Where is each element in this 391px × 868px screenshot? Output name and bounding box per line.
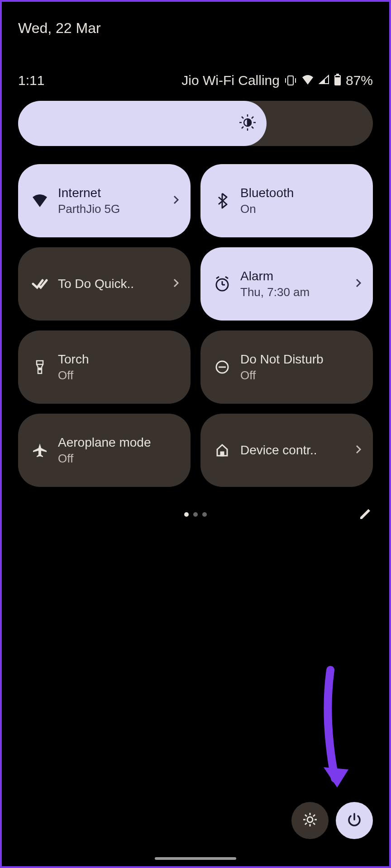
svg-rect-3 <box>336 74 339 75</box>
airplane-icon <box>32 443 48 458</box>
date-display: Wed, 22 Mar <box>18 20 373 37</box>
svg-line-13 <box>242 127 243 128</box>
svg-line-18 <box>216 277 219 278</box>
gear-icon <box>302 811 318 830</box>
torch-tile[interactable]: Torch Off <box>18 330 191 404</box>
power-button[interactable] <box>336 802 373 839</box>
wifi-icon <box>301 75 314 86</box>
cellular-icon <box>319 75 329 86</box>
power-icon <box>347 812 362 829</box>
gesture-pill[interactable] <box>155 857 236 860</box>
dnd-tile[interactable]: Do Not Disturb Off <box>200 330 373 404</box>
pagination-dots <box>184 512 207 517</box>
battery-icon <box>334 74 341 87</box>
checkmark-icon <box>32 278 48 290</box>
carrier-label: Jio Wi-Fi Calling <box>181 73 280 88</box>
svg-line-12 <box>252 127 253 128</box>
airplane-tile[interactable]: Aeroplane mode Off <box>18 414 191 487</box>
flashlight-icon <box>32 359 48 375</box>
tile-subtitle: Off <box>58 368 180 382</box>
bluetooth-icon <box>214 193 230 209</box>
tile-title: Do Not Disturb <box>240 352 362 367</box>
svg-line-14 <box>252 117 253 118</box>
tile-title: Alarm <box>240 269 345 283</box>
todo-tile[interactable]: To Do Quick.. <box>18 247 191 321</box>
alarm-icon <box>214 276 230 292</box>
settings-button[interactable] <box>291 802 329 839</box>
svg-rect-5 <box>335 76 340 77</box>
brightness-icon <box>238 113 257 133</box>
tile-subtitle: ParthJio 5G <box>58 202 162 216</box>
internet-tile[interactable]: Internet ParthJio 5G <box>18 164 191 237</box>
svg-line-19 <box>225 277 228 278</box>
vibrate-icon <box>284 75 297 86</box>
chevron-right-icon <box>172 278 180 290</box>
tile-title: Torch <box>58 352 180 367</box>
tile-subtitle: Off <box>240 368 362 382</box>
quick-settings-tiles: Internet ParthJio 5G Bluetooth On To Do … <box>18 164 373 487</box>
tile-subtitle: Thu, 7:30 am <box>240 285 345 299</box>
brightness-slider[interactable] <box>18 101 373 146</box>
svg-point-25 <box>307 817 313 822</box>
svg-rect-24 <box>221 452 224 456</box>
svg-rect-0 <box>288 76 293 85</box>
bluetooth-tile[interactable]: Bluetooth On <box>200 164 373 237</box>
edit-tiles-button[interactable] <box>358 506 373 523</box>
tile-title: Aeroplane mode <box>58 435 180 450</box>
chevron-right-icon <box>172 194 180 207</box>
chevron-right-icon <box>355 278 362 290</box>
alarm-tile[interactable]: Alarm Thu, 7:30 am <box>200 247 373 321</box>
battery-percentage: 87% <box>346 73 373 88</box>
status-bar: 1:11 Jio Wi-Fi Calling 87% <box>18 73 373 88</box>
tile-subtitle: Off <box>58 452 180 466</box>
dnd-icon <box>214 360 230 374</box>
time-display: 1:11 <box>18 73 44 88</box>
annotation-arrow <box>303 665 358 803</box>
wifi-icon <box>32 194 48 207</box>
svg-rect-20 <box>37 361 43 364</box>
tile-title: Internet <box>58 186 162 200</box>
svg-line-11 <box>242 117 243 118</box>
tile-title: Bluetooth <box>240 186 362 200</box>
chevron-right-icon <box>355 444 362 457</box>
tile-title: To Do Quick.. <box>58 277 162 291</box>
tile-title: Device contr.. <box>240 443 345 458</box>
home-icon <box>214 443 230 458</box>
svg-point-21 <box>39 368 41 370</box>
tile-subtitle: On <box>240 202 362 216</box>
device-controls-tile[interactable]: Device contr.. <box>200 414 373 487</box>
